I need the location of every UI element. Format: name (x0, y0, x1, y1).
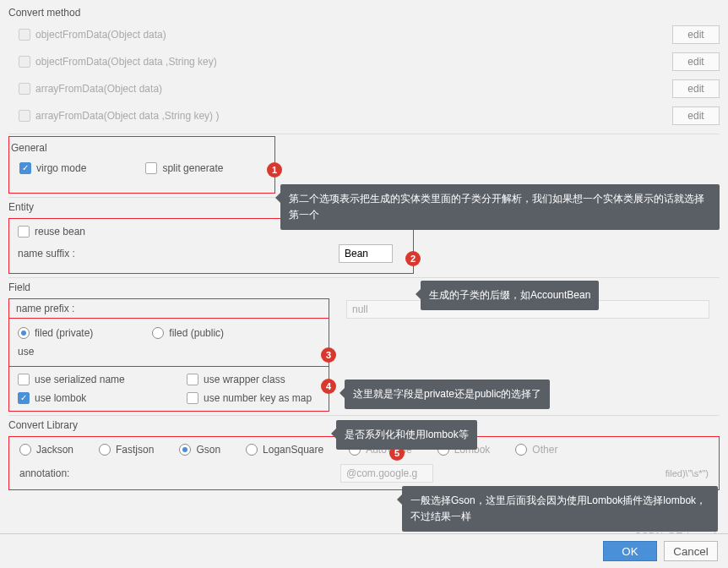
checkbox-number-key[interactable] (187, 392, 198, 404)
checkbox-wrapper[interactable] (187, 374, 198, 385)
checkbox-method-2[interactable] (19, 83, 30, 95)
method-label-3: arrayFromData(Object data ,String key) ) (35, 110, 219, 122)
cancel-button[interactable]: Cancel (664, 541, 718, 561)
logansquare-label: LoganSquare (263, 444, 323, 456)
method-row: arrayFromData(Object data ,String key) )… (8, 105, 720, 132)
tooltip-5: 一般选择Gson，这里后面我会因为使用Lombok插件选择lombok，不过结果… (402, 486, 718, 532)
annotation-tail: filed)\"\s*") (666, 468, 709, 478)
split-generate-label: split generate (162, 162, 223, 174)
filed-public-label: filed (public) (169, 327, 224, 339)
lombok-label: use lombok (35, 392, 86, 404)
edit-button-1[interactable]: edit (672, 52, 720, 71)
method-row: objectFromData(Object data) edit (8, 24, 720, 51)
method-label-2: arrayFromData(Object data) (35, 83, 162, 95)
jackson-label: Jackson (36, 444, 73, 456)
checkbox-split-generate[interactable] (145, 162, 157, 174)
section-use: use (18, 342, 322, 363)
radio-gson[interactable] (179, 444, 191, 456)
checkbox-serialized[interactable] (18, 374, 30, 385)
section-convert-method: Convert method (8, 3, 720, 24)
virgo-mode-label: virgo mode (36, 162, 86, 174)
radio-jackson[interactable] (19, 444, 31, 456)
reuse-bean-label: reuse bean (35, 226, 85, 238)
fastjson-label: Fastjson (116, 444, 154, 456)
annotation-label: annotation: (19, 467, 340, 479)
tooltip-1: 第二个选项表示把生成的实体类里面的子类分开解析，我们如果想一个实体类展示的话就选… (280, 184, 720, 230)
wrapper-label: use wrapper class (204, 374, 285, 385)
section-general: General (11, 139, 268, 159)
checkbox-method-0[interactable] (19, 29, 30, 41)
checkbox-lombok[interactable] (18, 392, 30, 404)
annotation-input[interactable] (340, 464, 433, 483)
checkbox-method-1[interactable] (19, 56, 30, 68)
badge-1: 1 (267, 162, 282, 178)
checkbox-method-3[interactable] (19, 110, 30, 122)
method-row: objectFromData(Object data ,String key) … (8, 51, 720, 78)
checkbox-virgo-mode[interactable] (19, 162, 31, 174)
other-label: Other (532, 444, 557, 456)
number-key-label: use number key as map (204, 392, 312, 404)
name-suffix-input[interactable] (339, 244, 393, 263)
checkbox-reuse-bean[interactable] (18, 226, 30, 238)
tooltip-3: 这里就是字段是private还是public的选择了 (345, 380, 550, 409)
badge-4: 4 (321, 379, 336, 394)
edit-button-3[interactable]: edit (672, 106, 720, 125)
badge-3: 3 (321, 347, 336, 363)
name-suffix-label: name suffix : (18, 248, 339, 259)
method-row: arrayFromData(Object data) edit (8, 78, 720, 105)
radio-other[interactable] (515, 444, 527, 456)
badge-2: 2 (405, 251, 421, 266)
tooltip-2: 生成的子类的后缀，如AccountBean (421, 281, 599, 310)
filed-private-label: filed (private) (35, 327, 93, 339)
section-field: Field (8, 278, 720, 298)
radio-filed-public[interactable] (152, 327, 164, 339)
method-label-0: objectFromData(Object data) (35, 29, 166, 41)
edit-button-0[interactable]: edit (672, 25, 720, 44)
method-label-1: objectFromData(Object data ,String key) (35, 56, 217, 68)
ok-button[interactable]: OK (603, 541, 657, 561)
edit-button-2[interactable]: edit (672, 79, 720, 98)
bottom-bar: OK Cancel (0, 533, 728, 568)
tooltip-4: 是否系列化和使用lombok等 (336, 420, 477, 450)
radio-logansquare[interactable] (246, 444, 258, 456)
name-prefix-label: name prefix : (16, 303, 151, 314)
gson-label: Gson (196, 444, 220, 456)
radio-filed-private[interactable] (18, 327, 30, 339)
serialized-label: use serialized name (35, 374, 125, 385)
radio-fastjson[interactable] (99, 444, 111, 456)
